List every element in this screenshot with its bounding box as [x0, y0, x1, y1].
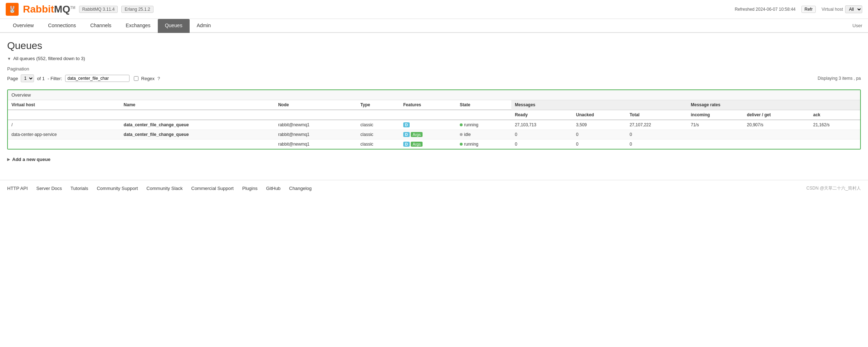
footer-commercial-support[interactable]: Commercial Support — [191, 186, 234, 191]
add-triangle-icon: ▶ — [7, 157, 10, 162]
queues-table: Virtual host Name Node Type Features Sta… — [8, 100, 860, 149]
table-cell: 27,103,713 — [511, 120, 572, 130]
state-cell: idle — [456, 129, 511, 139]
footer-community-slack[interactable]: Community Slack — [146, 186, 182, 191]
table-cell: rabbit@newmq1 — [274, 139, 357, 149]
col-total: Total — [626, 110, 687, 120]
col-messages-group: Messages — [511, 100, 687, 110]
refreshed-text: Refreshed 2024-06-07 10:58:44 — [735, 7, 795, 12]
table-overview-label: Overview — [8, 90, 860, 100]
footer: HTTP API Server Docs Tutorials Community… — [0, 180, 868, 196]
pagination-section: Pagination Page 1 of 1 - Filter: Regex ?… — [7, 66, 861, 82]
col-ready: Ready — [511, 110, 572, 120]
table-cell — [810, 129, 860, 139]
logo-text: RabbitMQTM — [23, 4, 75, 15]
erlang-version-badge: Erlang 25.1.2 — [121, 6, 153, 13]
nav-channels[interactable]: Channels — [83, 19, 118, 33]
footer-github[interactable]: GitHub — [266, 186, 281, 191]
nav-admin[interactable]: Admin — [190, 19, 218, 33]
add-queue-label: Add a new queue — [12, 157, 50, 162]
table-cell: 3,509 — [572, 120, 626, 130]
table-cell — [687, 129, 743, 139]
footer-plugins[interactable]: Plugins — [242, 186, 258, 191]
table-cell: 71/s — [687, 120, 743, 130]
table-cell: 0 — [572, 129, 626, 139]
col-vh-sub — [8, 110, 120, 120]
filter-input[interactable] — [65, 75, 130, 82]
virtual-host-select[interactable]: All — [845, 5, 862, 13]
col-type: Type — [357, 100, 400, 110]
table-cell — [687, 139, 743, 149]
rabbitmq-version-badge: RabbitMQ 3.11.4 — [79, 6, 118, 13]
pagination-label: Pagination — [7, 66, 861, 72]
footer-http-api[interactable]: HTTP API — [7, 186, 28, 191]
col-incoming: incoming — [687, 110, 743, 120]
add-queue-section[interactable]: ▶ Add a new queue — [7, 157, 861, 162]
table-cell: rabbit@newmq1 — [274, 129, 357, 139]
state-cell: running — [456, 120, 511, 130]
table-row[interactable]: rabbit@newmq1classicD Argsrunning000 — [8, 139, 860, 149]
col-features: Features — [400, 100, 456, 110]
col-deliver-get: deliver / get — [743, 110, 809, 120]
queue-name-cell[interactable]: data_center_file_change_queue — [120, 129, 275, 139]
logo-tm: TM — [70, 6, 75, 10]
table-cell: 27,107,222 — [626, 120, 687, 130]
footer-community-support[interactable]: Community Support — [97, 186, 138, 191]
help-icon[interactable]: ? — [157, 76, 160, 81]
nav-connections[interactable]: Connections — [41, 19, 83, 33]
page-label: Page — [7, 76, 18, 81]
table-row[interactable]: data-center-app-servicedata_center_file_… — [8, 129, 860, 139]
table-cell: 21,162/s — [810, 120, 860, 130]
nav-user: User — [853, 19, 862, 32]
virtual-host-label: Virtual host — [821, 7, 843, 12]
logo-area: 🐰 RabbitMQTM RabbitMQ 3.11.4 Erlang 25.1… — [6, 3, 153, 16]
col-state: State — [456, 100, 511, 110]
table-cell: 0 — [511, 139, 572, 149]
nav-overview[interactable]: Overview — [6, 19, 41, 33]
table-cell: 0 — [572, 139, 626, 149]
table-cell: 0 — [626, 139, 687, 149]
refresh-button[interactable]: Refr — [801, 6, 816, 13]
regex-label: Regex — [141, 76, 155, 81]
displaying-text: Displaying 3 items , pa — [818, 76, 861, 81]
col-node: Node — [274, 100, 357, 110]
footer-server-docs[interactable]: Server Docs — [36, 186, 62, 191]
col-virtual-host: Virtual host — [8, 100, 120, 110]
table-cell: 20,907/s — [743, 120, 809, 130]
logo-rabbit: Rabbit — [23, 4, 54, 15]
table-cell — [810, 139, 860, 149]
col-name-sub — [120, 110, 275, 120]
all-queues-header[interactable]: ▼ All queues (552, filtered down to 3) — [7, 56, 861, 61]
regex-checkbox[interactable] — [134, 76, 138, 81]
table-cell: rabbit@newmq1 — [274, 120, 357, 130]
table-cell: 0 — [511, 129, 572, 139]
top-bar: 🐰 RabbitMQTM RabbitMQ 3.11.4 Erlang 25.1… — [0, 0, 868, 19]
footer-tutorials[interactable]: Tutorials — [70, 186, 88, 191]
page-select[interactable]: 1 — [21, 74, 34, 82]
all-queues-label: All queues (552, filtered down to 3) — [13, 56, 85, 61]
features-cell: D Args — [400, 139, 456, 149]
virtual-host-area: Virtual host All — [821, 5, 862, 13]
queue-name-cell[interactable]: data_center_file_change_queue — [120, 120, 275, 130]
table-cell: classic — [357, 139, 400, 149]
filter-label: - Filter: — [48, 76, 62, 81]
nav-exchanges[interactable]: Exchanges — [118, 19, 157, 33]
nav-queues[interactable]: Queues — [158, 19, 190, 33]
of-label: of 1 — [37, 76, 45, 81]
queue-name-cell[interactable] — [120, 139, 275, 149]
features-cell: D Args — [400, 129, 456, 139]
table-cell: classic — [357, 120, 400, 130]
pagination-controls: Page 1 of 1 - Filter: Regex ? Displaying… — [7, 74, 861, 82]
logo-mq: MQ — [54, 4, 70, 15]
table-cell: data-center-app-service — [8, 129, 120, 139]
table-cell — [743, 139, 809, 149]
table-cell: classic — [357, 129, 400, 139]
main-nav: Overview Connections Channels Exchanges … — [0, 19, 868, 33]
rabbit-icon: 🐰 — [6, 3, 19, 16]
table-cell: 0 — [626, 129, 687, 139]
col-rates-group: Message rates — [687, 100, 860, 110]
queues-table-wrapper: Overview Virtual host Name Node Type Fea… — [7, 89, 861, 150]
table-row[interactable]: /data_center_file_change_queuerabbit@new… — [8, 120, 860, 130]
table-cell — [743, 129, 809, 139]
footer-changelog[interactable]: Changelog — [289, 186, 312, 191]
